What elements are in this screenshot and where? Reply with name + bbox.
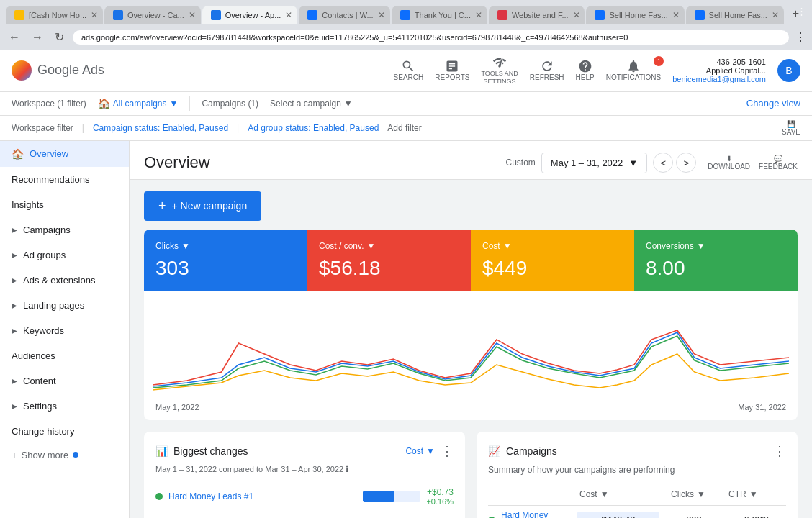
help-header-icon[interactable]: HELP bbox=[576, 59, 595, 81]
sidebar-item-overview[interactable]: 🏠 Overview bbox=[0, 141, 129, 167]
change-view-btn[interactable]: Change view bbox=[746, 98, 800, 109]
dropdown-icon-cost[interactable]: ▼ bbox=[503, 241, 512, 251]
chart-x-end: May 31, 2022 bbox=[738, 403, 786, 412]
browser-tab-tab8[interactable]: Sell Home Fas...✕ bbox=[686, 6, 784, 24]
page-title: Overview bbox=[144, 153, 506, 172]
browser-tab-tab5[interactable]: Thank You | C...✕ bbox=[392, 6, 487, 24]
sort-icon-cost: ▼ bbox=[600, 489, 609, 499]
avatar[interactable]: B bbox=[777, 59, 800, 82]
sidebar-item-change-history[interactable]: Change history bbox=[0, 419, 129, 444]
green-status-dot bbox=[155, 493, 163, 500]
account-email: benicemedia1@gmail.com bbox=[672, 75, 766, 83]
sidebar-item-recommendations[interactable]: Recommendations bbox=[0, 167, 129, 192]
browser-tab-tab3[interactable]: Overview - Ap...✕ bbox=[202, 6, 298, 24]
expand-icon-landing: ▶ bbox=[12, 301, 17, 309]
date-picker[interactable]: May 1 – 31, 2022 ▼ bbox=[541, 153, 647, 173]
expand-icon-settings: ▶ bbox=[12, 402, 17, 410]
bar-chart-icon: 📊 bbox=[155, 445, 168, 457]
notifications-header-icon[interactable]: 1 NOTIFICATIONS bbox=[606, 59, 661, 81]
sidebar-item-content[interactable]: ▶ Content bbox=[0, 368, 129, 394]
browser-tab-tab4[interactable]: Contacts | W...✕ bbox=[299, 6, 390, 24]
google-ads-app: Google Ads SEARCH REPORTS TOOLS ANDSETTI… bbox=[0, 50, 812, 518]
date-controls: Custom May 1 – 31, 2022 ▼ < > bbox=[506, 153, 697, 173]
forward-button[interactable]: → bbox=[29, 28, 46, 47]
campaigns-chart-icon: 📈 bbox=[488, 445, 500, 457]
campaigns-menu-icon[interactable]: ⋮ bbox=[773, 443, 786, 459]
chart-area: May 1, 2022 May 31, 2022 bbox=[144, 291, 798, 420]
campaigns-count: Campaigns (1) bbox=[202, 99, 258, 109]
show-more-btn[interactable]: + Show more bbox=[0, 444, 129, 466]
search-header-icon[interactable]: SEARCH bbox=[394, 59, 424, 81]
dropdown-icon-clicks[interactable]: ▼ bbox=[181, 241, 190, 251]
stat-card-cost-conv[interactable]: Cost / conv. ▼ $56.18 bbox=[307, 230, 471, 291]
add-filter-btn[interactable]: Add filter bbox=[387, 123, 421, 133]
download-button[interactable]: ⬇ DOWNLOAD bbox=[708, 155, 750, 171]
content-header: Overview Custom May 1 – 31, 2022 ▼ < > ⬇ bbox=[130, 141, 812, 180]
sidebar: 🏠 Overview Recommendations Insights ▶ Ca… bbox=[0, 141, 130, 518]
col-clicks[interactable]: Clicks ▼ bbox=[671, 489, 728, 499]
dropdown-icon-cost-conv[interactable]: ▼ bbox=[366, 241, 375, 251]
sidebar-item-landing-pages[interactable]: ▶ Landing pages bbox=[0, 293, 129, 318]
chevron-down-icon: ▼ bbox=[628, 158, 638, 168]
home-icon: 🏠 bbox=[12, 148, 24, 160]
tools-header-icon[interactable]: TOOLS ANDSETTINGS bbox=[481, 55, 518, 86]
logo-icon bbox=[12, 60, 32, 81]
date-prev-button[interactable]: < bbox=[653, 153, 673, 173]
sidebar-item-insights[interactable]: Insights bbox=[0, 192, 129, 217]
feedback-button[interactable]: 💬 FEEDBACK bbox=[759, 155, 798, 171]
workspace-label: Workspace (1 filter) bbox=[12, 99, 86, 109]
biggest-changes-menu-icon[interactable]: ⋮ bbox=[441, 443, 454, 459]
google-ads-logo: Google Ads bbox=[12, 60, 104, 81]
table-clicks: 303 bbox=[665, 514, 723, 518]
sub-header-divider bbox=[189, 96, 190, 111]
table-campaign-name[interactable]: Hard Money Leads #1 bbox=[501, 510, 572, 518]
save-button[interactable]: 💾 SAVE bbox=[782, 120, 800, 136]
browser-tab-tab7[interactable]: Sell Home Fas...✕ bbox=[586, 6, 684, 24]
expand-icon-content: ▶ bbox=[12, 377, 17, 385]
browser-tab-tab6[interactable]: Website and F...✕ bbox=[489, 6, 585, 24]
campaign-status-filter[interactable]: Campaign status: Enabled, Paused bbox=[93, 123, 228, 133]
refresh-header-label: REFRESH bbox=[530, 73, 564, 81]
sidebar-item-audiences[interactable]: Audiences bbox=[0, 343, 129, 368]
sort-icon-ctr: ▼ bbox=[749, 489, 758, 499]
browser-tab-tab1[interactable]: [Cash Now Ho...✕ bbox=[6, 6, 103, 24]
ad-group-status-filter[interactable]: Ad group status: Enabled, Paused bbox=[248, 123, 379, 133]
table-row: Hard Money Leads #1 $449.43 303 6.08% bbox=[488, 506, 786, 518]
stat-card-conversions[interactable]: Conversions ▼ 8.00 ⋮ bbox=[634, 230, 798, 291]
account-info: 436-205-1601 Applied Capital... beniceme… bbox=[672, 58, 766, 83]
sidebar-item-settings[interactable]: ▶ Settings bbox=[0, 394, 129, 419]
logo-text: Google Ads bbox=[37, 63, 104, 78]
sidebar-item-keywords[interactable]: ▶ Keywords bbox=[0, 318, 129, 343]
back-button[interactable]: ← bbox=[6, 28, 23, 47]
sort-icon-clicks: ▼ bbox=[697, 489, 705, 499]
blue-indicator-dot bbox=[73, 452, 78, 458]
tab-bar: [Cash Now Ho...✕Overview - Ca...✕Overvie… bbox=[0, 0, 812, 24]
refresh-header-icon[interactable]: REFRESH bbox=[530, 59, 564, 81]
browser-chrome: [Cash Now Ho...✕Overview - Ca...✕Overvie… bbox=[0, 0, 812, 50]
app-header: Google Ads SEARCH REPORTS TOOLS ANDSETTI… bbox=[0, 50, 812, 92]
tools-header-label: TOOLS ANDSETTINGS bbox=[481, 70, 518, 86]
sidebar-item-ad-groups[interactable]: ▶ Ad groups bbox=[0, 242, 129, 268]
refresh-nav-button[interactable]: ↻ bbox=[52, 27, 67, 47]
stat-card-clicks[interactable]: Clicks ▼ 303 bbox=[144, 230, 307, 291]
extensions-icon[interactable]: ⋮ bbox=[795, 30, 806, 44]
date-next-button[interactable]: > bbox=[676, 153, 696, 173]
date-nav: < > bbox=[653, 153, 696, 173]
col-cost[interactable]: Cost ▼ bbox=[579, 489, 671, 499]
table-ctr: 6.08% bbox=[728, 514, 786, 518]
sidebar-item-ads-extensions[interactable]: ▶ Ads & extensions bbox=[0, 268, 129, 293]
cost-filter[interactable]: Cost ▼ bbox=[405, 446, 435, 456]
select-campaign[interactable]: Select a campaign ▼ bbox=[270, 99, 353, 109]
sidebar-item-campaigns[interactable]: ▶ Campaigns bbox=[0, 217, 129, 242]
help-header-label: HELP bbox=[576, 73, 595, 81]
all-campaigns-link[interactable]: 🏠 All campaigns ▼ bbox=[98, 98, 179, 109]
reports-header-icon[interactable]: REPORTS bbox=[435, 59, 469, 81]
col-ctr[interactable]: CTR ▼ bbox=[728, 489, 786, 499]
comparison-text: May 1 – 31, 2022 compared to Mar 31 – Ap… bbox=[155, 465, 454, 474]
campaign-name-link[interactable]: Hard Money Leads #1 bbox=[168, 491, 357, 501]
dropdown-icon-conversions[interactable]: ▼ bbox=[697, 241, 705, 251]
browser-tab-tab2[interactable]: Overview - Ca...✕ bbox=[104, 6, 201, 24]
new-campaign-button[interactable]: + + New campaign bbox=[144, 191, 261, 221]
address-bar[interactable]: ads.google.com/aw/overview?ocid=67987814… bbox=[73, 30, 789, 45]
stat-card-cost[interactable]: Cost ▼ $449 bbox=[471, 230, 634, 291]
